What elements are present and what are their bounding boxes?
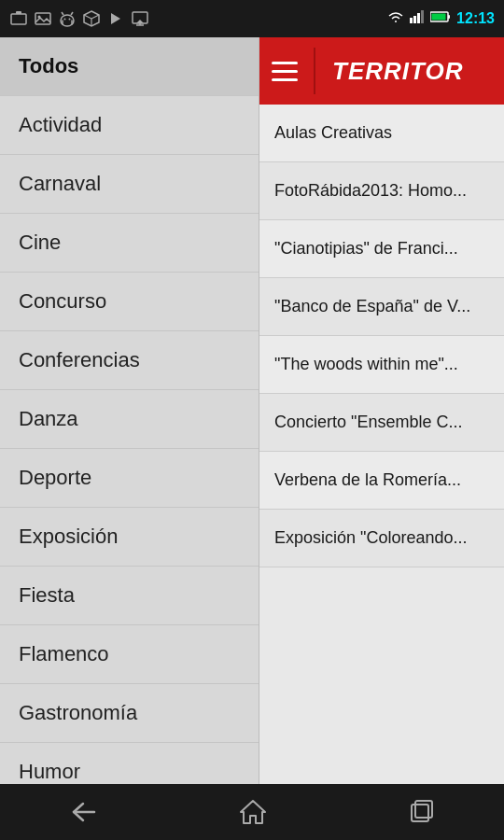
cast-icon bbox=[131, 11, 149, 26]
nav-bar bbox=[0, 784, 504, 840]
list-item[interactable]: "The woods within me"... bbox=[259, 336, 504, 394]
hamburger-button[interactable] bbox=[269, 48, 315, 94]
sidebar: Todos Actividad Carnaval Cine Concurso C… bbox=[0, 37, 259, 803]
sidebar-item-carnaval[interactable]: Carnaval bbox=[0, 155, 259, 214]
header-bar: TERRITOR bbox=[259, 37, 504, 105]
status-icons-right: 12:13 bbox=[387, 10, 495, 27]
battery-icon bbox=[430, 10, 451, 27]
package-icon bbox=[82, 11, 101, 26]
svg-marker-17 bbox=[136, 20, 144, 23]
main-layout: Todos Actividad Carnaval Cine Concurso C… bbox=[0, 37, 504, 803]
home-button[interactable] bbox=[211, 790, 295, 834]
svg-marker-28 bbox=[241, 801, 265, 823]
svg-rect-26 bbox=[432, 14, 446, 21]
sidebar-item-flamenco[interactable]: Flamenco bbox=[0, 625, 259, 684]
svg-rect-0 bbox=[11, 14, 26, 24]
svg-marker-15 bbox=[111, 13, 120, 24]
list-item[interactable]: Concierto "Ensemble C... bbox=[259, 394, 504, 452]
hamburger-line-2 bbox=[272, 70, 298, 73]
sidebar-item-deporte[interactable]: Deporte bbox=[0, 449, 259, 508]
sidebar-item-exposicion[interactable]: Exposición bbox=[0, 508, 259, 567]
android-icon bbox=[58, 11, 77, 26]
sidebar-item-gastronomia[interactable]: Gastronomía bbox=[0, 684, 259, 743]
list-item[interactable]: Exposición "Coloreando... bbox=[259, 510, 504, 567]
wifi-icon bbox=[387, 10, 404, 27]
recents-button[interactable] bbox=[380, 790, 462, 834]
sidebar-item-conferencias[interactable]: Conferencias bbox=[0, 331, 259, 390]
svg-rect-21 bbox=[413, 16, 416, 23]
list-item[interactable]: "Banco de España" de V... bbox=[259, 278, 504, 336]
svg-rect-1 bbox=[16, 11, 21, 14]
sidebar-item-cine[interactable]: Cine bbox=[0, 214, 259, 273]
list-item[interactable]: FotoRábida2013: Homo... bbox=[259, 162, 504, 220]
list-item[interactable]: Verbena de la Romería... bbox=[259, 452, 504, 510]
signal-icon bbox=[410, 10, 425, 27]
status-icons-left bbox=[9, 11, 149, 26]
svg-rect-22 bbox=[417, 13, 420, 23]
app-title: TERRITOR bbox=[332, 57, 463, 86]
svg-line-12 bbox=[84, 15, 91, 19]
list-item[interactable]: Aulas Creativas bbox=[259, 105, 504, 162]
sidebar-item-concurso[interactable]: Concurso bbox=[0, 273, 259, 331]
sidebar-item-actividad[interactable]: Actividad bbox=[0, 96, 259, 155]
sidebar-item-todos[interactable]: Todos bbox=[0, 37, 259, 96]
back-button[interactable] bbox=[42, 791, 126, 833]
svg-rect-2 bbox=[35, 13, 50, 24]
sidebar-item-fiesta[interactable]: Fiesta bbox=[0, 567, 259, 625]
hamburger-line-3 bbox=[272, 78, 298, 81]
svg-rect-20 bbox=[410, 18, 413, 23]
svg-rect-29 bbox=[412, 805, 428, 821]
svg-line-13 bbox=[91, 15, 99, 19]
svg-rect-23 bbox=[421, 10, 424, 23]
content-area: TERRITOR Aulas Creativas FotoRábida2013:… bbox=[259, 37, 504, 803]
content-list: Aulas Creativas FotoRábida2013: Homo... … bbox=[259, 105, 504, 803]
svg-rect-30 bbox=[415, 801, 432, 818]
screenshot-icon bbox=[9, 11, 28, 26]
image-icon bbox=[34, 11, 52, 26]
hamburger-line-1 bbox=[272, 62, 298, 64]
svg-point-7 bbox=[64, 19, 66, 21]
list-item[interactable]: "Cianotipias" de Franci... bbox=[259, 220, 504, 278]
status-bar: 12:13 bbox=[0, 0, 504, 37]
svg-line-5 bbox=[62, 12, 63, 15]
svg-point-8 bbox=[69, 19, 71, 21]
play-icon bbox=[106, 11, 125, 26]
sidebar-item-danza[interactable]: Danza bbox=[0, 390, 259, 449]
time-display: 12:13 bbox=[456, 10, 495, 27]
svg-rect-25 bbox=[448, 15, 450, 19]
svg-line-6 bbox=[71, 12, 73, 15]
